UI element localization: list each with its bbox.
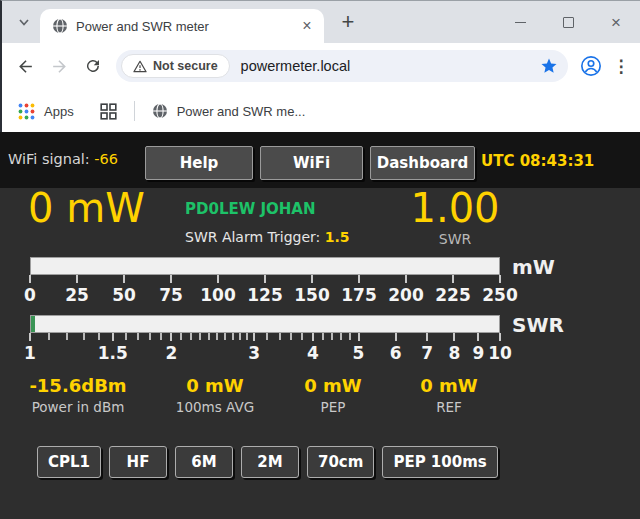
gauge-tick-label: 3 <box>248 343 260 363</box>
dashboard-button[interactable]: Dashboard <box>370 146 475 180</box>
gauge-tick-label: 75 <box>159 285 183 305</box>
gauge-minor-tick <box>190 333 192 340</box>
gauge-tick-label: 2 <box>166 343 178 363</box>
gauge-tick-label: 100 <box>200 285 236 305</box>
gauge-tick <box>170 333 172 341</box>
tab-close-icon[interactable]: × <box>298 18 316 34</box>
swr-alarm-label: SWR Alarm Trigger: <box>185 229 320 245</box>
active-tab[interactable]: Power and SWR meter × <box>40 9 324 43</box>
power-gauge: 0255075100125150175200225250 mW <box>30 257 500 305</box>
70cm-button[interactable]: 70cm <box>307 446 374 478</box>
gauge-minor-tick <box>290 333 292 340</box>
gauge-minor-tick <box>98 333 100 340</box>
gauge-minor-tick <box>199 333 201 340</box>
swr-alarm-trigger: SWR Alarm Trigger: 1.5 <box>185 229 350 245</box>
pep-100ms-button[interactable]: PEP 100ms <box>382 446 497 478</box>
gauge-tick-label: 50 <box>112 285 136 305</box>
gauge-tick <box>358 333 360 341</box>
gauge-tick <box>170 275 172 283</box>
swr-gauge-unit: SWR <box>512 313 564 337</box>
gauge-tick-label: 4 <box>307 343 319 363</box>
power-gauge-ticks <box>30 275 500 284</box>
apps-shortcut[interactable]: Apps <box>44 104 74 119</box>
tab-title: Power and SWR meter <box>76 19 290 34</box>
2m-button[interactable]: 2M <box>241 446 299 478</box>
gauge-tick <box>453 333 455 341</box>
browser-menu-button[interactable]: ⋮ <box>608 49 634 83</box>
gauge-tick-label: 250 <box>482 285 518 305</box>
browser-toolbar: Not secure powermeter.local ⋮ <box>2 43 640 89</box>
gauge-minor-tick <box>125 333 127 340</box>
minimize-icon <box>515 22 526 23</box>
new-tab-button[interactable]: + <box>334 8 362 36</box>
hf-button[interactable]: HF <box>109 446 167 478</box>
gauge-tick-label: 1 <box>24 343 36 363</box>
gauge-minor-tick <box>279 333 281 340</box>
gauge-tick <box>112 333 114 341</box>
gauge-minor-tick <box>331 333 333 340</box>
gauge-tick <box>499 275 501 283</box>
swr-gauge: 11.52345678910 SWR <box>30 315 500 363</box>
minimize-button[interactable] <box>496 1 544 43</box>
gauge-tick-label: 6 <box>390 343 402 363</box>
stat-value: 0 mW <box>374 375 524 396</box>
gauge-minor-tick <box>239 333 241 340</box>
gauge-minor-tick <box>266 333 268 340</box>
gauge-tick <box>452 275 454 283</box>
security-chip[interactable]: Not secure <box>121 54 230 78</box>
close-button[interactable]: × <box>592 1 640 43</box>
gauge-tick-label: 10 <box>488 343 512 363</box>
side-panel-button[interactable] <box>100 103 117 120</box>
gauge-tick <box>123 275 125 283</box>
bookmark-item[interactable]: Power and SWR me... <box>177 104 306 119</box>
address-bar[interactable]: Not secure powermeter.local <box>116 50 568 82</box>
gauge-tick <box>29 275 31 283</box>
squares-grid-icon <box>100 103 117 120</box>
bookmark-globe-icon <box>152 103 168 119</box>
gauge-tick <box>29 333 31 341</box>
forward-arrow-icon <box>50 57 69 76</box>
gauge-tick <box>405 275 407 283</box>
swr-gauge-ticks <box>30 333 500 342</box>
gauge-tick <box>311 275 313 283</box>
back-button[interactable] <box>8 49 42 83</box>
gauge-minor-tick <box>216 333 218 340</box>
browser-window: Power and SWR meter × + × <box>0 0 640 132</box>
gauge-tick-label: 5 <box>353 343 365 363</box>
power-gauge-unit: mW <box>512 255 555 279</box>
gauge-tick-label: 125 <box>247 285 283 305</box>
tab-search-button[interactable] <box>10 8 38 36</box>
wifi-button[interactable]: WiFi <box>260 146 363 180</box>
gauge-tick-label: 25 <box>65 285 89 305</box>
gauge-minor-tick <box>301 333 303 340</box>
tab-strip: Power and SWR meter × + × <box>2 1 640 43</box>
bookmark-star-button[interactable] <box>540 57 558 75</box>
maximize-button[interactable] <box>544 1 592 43</box>
profile-button[interactable] <box>574 49 608 83</box>
power-main-readout: 0 mW <box>28 189 145 227</box>
wifi-signal-readout: WiFi signal: -66 <box>8 151 118 167</box>
help-button[interactable]: Help <box>145 146 253 180</box>
reload-button[interactable] <box>76 49 110 83</box>
swr-gauge-bar <box>30 315 500 333</box>
power-gauge-bar <box>30 257 500 275</box>
apps-grid-icon[interactable] <box>18 103 35 120</box>
gauge-tick <box>253 333 255 341</box>
gauge-tick <box>76 275 78 283</box>
swr-gauge-scale: 11.52345678910 <box>30 343 500 363</box>
gauge-tick <box>217 275 219 283</box>
forward-button[interactable] <box>42 49 76 83</box>
utc-clock: UTC 08:43:31 <box>481 152 594 170</box>
gauge-minor-tick <box>180 333 182 340</box>
gauge-tick-label: 0 <box>24 285 36 305</box>
stat-value: -15.6dBm <box>3 375 153 396</box>
gauge-tick <box>312 333 314 341</box>
gauge-tick-label: 8 <box>449 343 461 363</box>
url-text[interactable]: powermeter.local <box>241 58 534 74</box>
6m-button[interactable]: 6M <box>175 446 233 478</box>
back-arrow-icon <box>16 57 35 76</box>
globe-favicon-icon <box>52 18 68 34</box>
page-header-bar: WiFi signal: -66 Help WiFi Dashboard UTC… <box>0 132 640 188</box>
cpl1-button[interactable]: CPL1 <box>37 446 101 478</box>
swr-main-readout: 1.00 <box>390 189 520 227</box>
